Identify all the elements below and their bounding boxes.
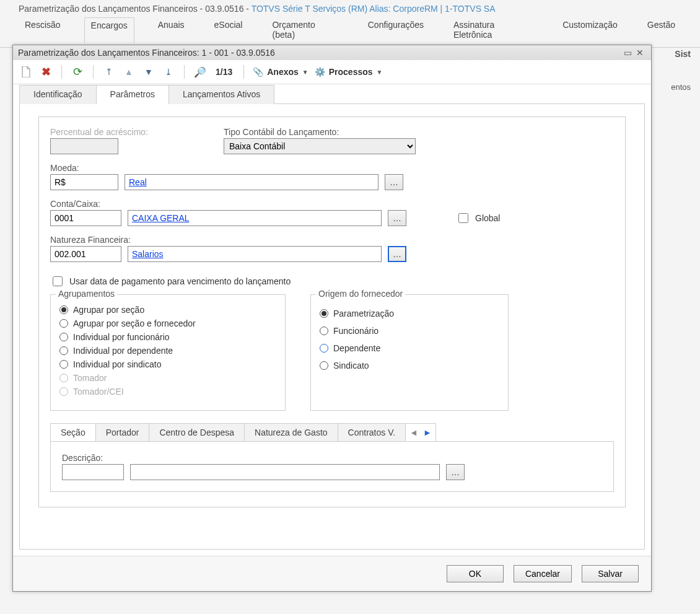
ribbon-tab-rescisao[interactable]: Rescisão [19,17,67,43]
ribbon-tab-orcamento[interactable]: Orçamento (beta) [266,17,344,43]
ribbon-tab-gestao[interactable]: Gestão [641,17,681,43]
app-title-right: TOTVS Série T Serviços (RM) Alias: Corpo… [252,4,496,14]
app-title-left: Parametrização dos Lançamentos Financeir… [19,4,252,14]
ribbon-tab-assinatura[interactable]: Assinatura Eletrônica [447,17,539,43]
ribbon-tab-encargos[interactable]: Encargos [84,17,134,43]
ribbon-tab-anuais[interactable]: Anuais [152,17,191,43]
dialog-titlebar: Parametrização dos Lançamentos Financeir… [13,45,651,48]
ribbon-tab-configuracoes[interactable]: Configurações [362,17,430,43]
dialog-window: Parametrização dos Lançamentos Financeir… [12,45,652,48]
ribbon: Rescisão Encargos Anuais eSocial Orçamen… [0,16,700,48]
ribbon-tab-esocial[interactable]: eSocial [208,17,249,43]
outer-app-title: Parametrização dos Lançamentos Financeir… [0,0,700,16]
ribbon-tab-customizacao[interactable]: Customização [556,17,624,43]
